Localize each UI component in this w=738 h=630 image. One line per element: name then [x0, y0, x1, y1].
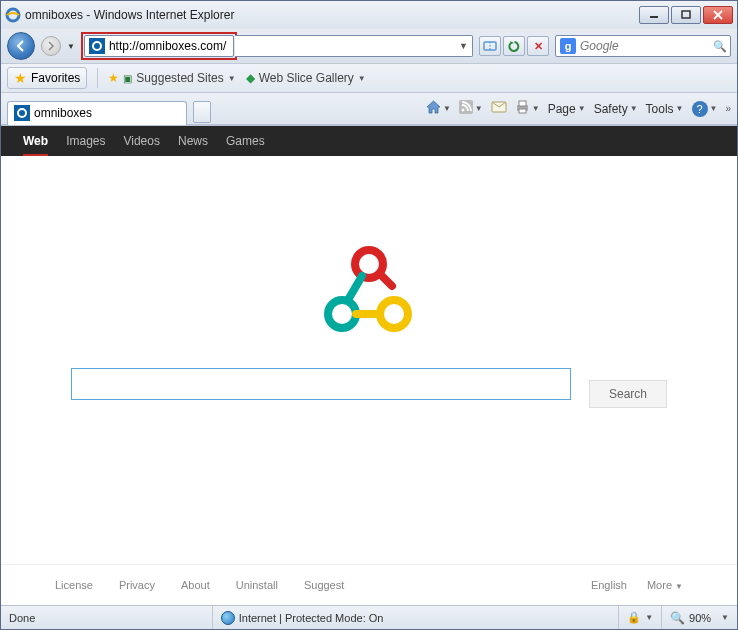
hero: Search [1, 156, 737, 564]
overflow-chevron[interactable]: » [725, 103, 731, 114]
svg-point-12 [461, 109, 464, 112]
site-nav: Web Images Videos News Games [1, 126, 737, 156]
feeds-button[interactable]: ▼ [459, 100, 483, 117]
content-area: Web Images Videos News Games Search Lice… [1, 125, 737, 605]
zoom-icon: 🔍 [670, 611, 685, 625]
help-icon: ? [692, 101, 708, 117]
footer-uninstall[interactable]: Uninstall [236, 579, 278, 591]
suggested-sites-link[interactable]: ★ ▣ Suggested Sites ▼ [108, 71, 235, 85]
nav-news[interactable]: News [178, 134, 208, 148]
window-title: omniboxes - Windows Internet Explorer [25, 8, 639, 22]
status-done: Done [1, 606, 213, 629]
web-slice-label: Web Slice Gallery [259, 71, 354, 85]
read-mail-button[interactable] [491, 101, 507, 116]
nav-games[interactable]: Games [226, 134, 265, 148]
chevron-down-icon: ▼ [358, 74, 366, 83]
search-provider-box[interactable]: g Google 🔍 [555, 35, 731, 57]
address-bar-tail[interactable]: ▼ [235, 35, 473, 57]
omniboxes-logo [314, 242, 424, 342]
nav-images[interactable]: Images [66, 134, 105, 148]
footer-license[interactable]: License [55, 579, 93, 591]
protected-mode-label: Internet | Protected Mode: On [239, 612, 384, 624]
zoom-label: 90% [689, 612, 711, 624]
search-input[interactable] [71, 368, 571, 400]
star-icon: ★ [14, 70, 27, 86]
status-protected-mode[interactable]: Internet | Protected Mode: On [213, 606, 619, 629]
svg-line-19 [348, 276, 362, 300]
home-button[interactable]: ▼ [426, 100, 451, 117]
search-placeholder: Google [580, 39, 710, 53]
chevron-down-icon: ▼ [228, 74, 236, 83]
status-security[interactable]: 🔒 ▼ [619, 606, 662, 629]
search-button[interactable]: Search [589, 380, 667, 408]
tab-favicon [14, 105, 30, 121]
nav-web[interactable]: Web [23, 134, 48, 156]
tools-menu[interactable]: Tools▼ [646, 102, 684, 116]
browser-tab[interactable]: omniboxes [7, 101, 187, 125]
address-url: http://omniboxes.com/ [109, 39, 226, 53]
page-label: Page [548, 102, 576, 116]
mail-icon [491, 101, 507, 116]
footer-more[interactable]: More ▼ [647, 579, 683, 591]
page-menu[interactable]: Page▼ [548, 102, 586, 116]
svg-point-22 [380, 300, 408, 328]
refresh-button[interactable] [503, 36, 525, 56]
svg-rect-15 [519, 101, 526, 106]
print-button[interactable]: ▼ [515, 100, 540, 117]
google-provider-icon: g [560, 38, 576, 54]
chevron-down-icon: ▼ [443, 104, 451, 113]
tab-command-row: omniboxes ▼ ▼ ▼ Page▼ Safety▼ Tools▼ ?▼ [1, 93, 737, 125]
tools-label: Tools [646, 102, 674, 116]
safety-label: Safety [594, 102, 628, 116]
help-button[interactable]: ?▼ [692, 101, 718, 117]
chevron-down-icon: ▼ [645, 613, 653, 622]
lock-icon: 🔒 [627, 611, 641, 624]
footer-english[interactable]: English [591, 579, 627, 591]
globe-icon [221, 611, 235, 625]
chevron-down-icon: ▼ [475, 104, 483, 113]
footer-links: License Privacy About Uninstall Suggest … [1, 564, 737, 605]
forward-button[interactable] [41, 36, 61, 56]
suggested-sites-label: Suggested Sites [136, 71, 223, 85]
favorites-button[interactable]: ★ Favorites [7, 67, 87, 89]
svg-line-18 [380, 274, 392, 286]
rss-icon [459, 100, 473, 117]
status-bar: Done Internet | Protected Mode: On 🔒 ▼ 🔍… [1, 605, 737, 629]
chevron-down-icon: ▼ [721, 613, 729, 622]
star-icon: ★ [108, 71, 119, 85]
safety-menu[interactable]: Safety▼ [594, 102, 638, 116]
nav-row: ▼ http://omniboxes.com/ ▼ ✕ [1, 29, 737, 63]
recent-pages-dropdown[interactable]: ▼ [67, 42, 75, 51]
web-slice-link[interactable]: ◆ Web Slice Gallery ▼ [246, 71, 366, 85]
svg-rect-9 [14, 105, 30, 121]
address-bar[interactable]: http://omniboxes.com/ [84, 35, 234, 57]
favorites-label: Favorites [31, 71, 80, 85]
search-row: Search [71, 368, 667, 408]
tab-title: omniboxes [34, 106, 92, 120]
status-zoom[interactable]: 🔍 90% ▼ [662, 606, 737, 629]
window-frame: omniboxes - Windows Internet Explorer ▼ [0, 0, 738, 630]
print-icon [515, 100, 530, 117]
svg-rect-2 [682, 11, 690, 18]
divider [97, 68, 98, 88]
stop-button[interactable]: ✕ [527, 36, 549, 56]
svg-rect-5 [89, 38, 105, 54]
close-button[interactable] [703, 6, 733, 24]
new-tab-button[interactable] [193, 101, 211, 123]
chevron-down-icon: ▼ [675, 582, 683, 591]
favorites-bar: ★ Favorites ★ ▣ Suggested Sites ▼ ◆ Web … [1, 63, 737, 93]
search-go-icon[interactable]: 🔍 [710, 40, 730, 53]
compat-view-button[interactable] [479, 36, 501, 56]
back-button[interactable] [7, 32, 35, 60]
footer-suggest[interactable]: Suggest [304, 579, 344, 591]
footer-privacy[interactable]: Privacy [119, 579, 155, 591]
nav-videos[interactable]: Videos [123, 134, 159, 148]
ie-icon [5, 7, 21, 23]
plus-icon: ▣ [123, 73, 132, 84]
maximize-button[interactable] [671, 6, 701, 24]
minimize-button[interactable] [639, 6, 669, 24]
address-dropdown-icon[interactable]: ▼ [459, 41, 468, 51]
footer-about[interactable]: About [181, 579, 210, 591]
title-bar: omniboxes - Windows Internet Explorer [1, 1, 737, 29]
svg-point-20 [328, 300, 356, 328]
